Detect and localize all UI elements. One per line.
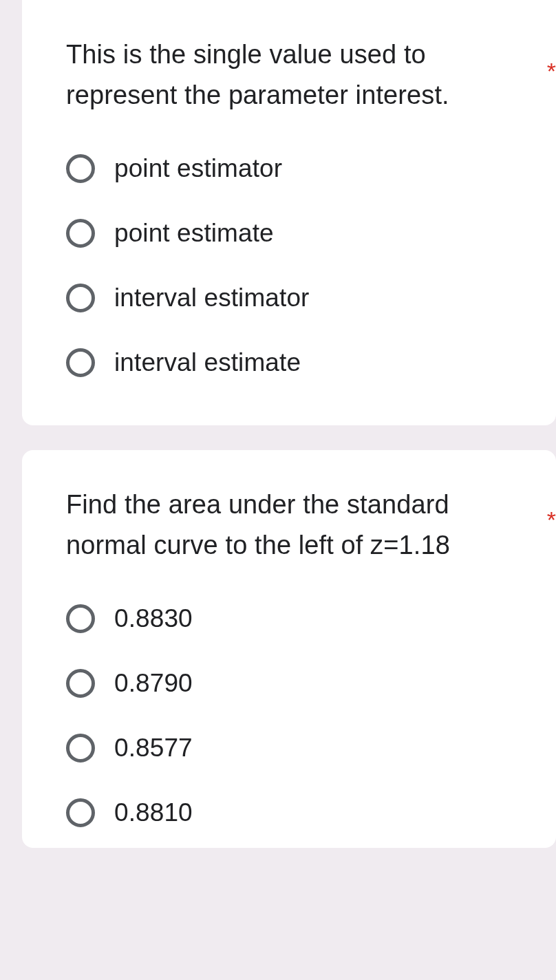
question-card-1: * This is the single value used to repre…	[22, 0, 556, 425]
radio-option[interactable]: 0.8790	[66, 669, 523, 698]
radio-icon	[66, 348, 95, 377]
option-label: 0.8830	[114, 604, 193, 633]
option-label: point estimate	[114, 219, 274, 248]
radio-icon	[66, 669, 95, 698]
radio-option[interactable]: interval estimate	[66, 348, 523, 377]
required-asterisk: *	[547, 58, 556, 85]
option-label: point estimator	[114, 154, 282, 183]
radio-option[interactable]: point estimator	[66, 154, 523, 183]
radio-option[interactable]: point estimate	[66, 219, 523, 248]
option-label: 0.8790	[114, 669, 193, 698]
radio-icon	[66, 604, 95, 633]
option-label: 0.8577	[114, 734, 193, 763]
radio-option[interactable]: interval estimator	[66, 284, 523, 312]
option-label: 0.8810	[114, 798, 193, 827]
option-label: interval estimate	[114, 348, 301, 377]
radio-icon	[66, 219, 95, 248]
radio-icon	[66, 154, 95, 183]
radio-icon	[66, 734, 95, 763]
radio-option[interactable]: 0.8830	[66, 604, 523, 633]
required-asterisk: *	[547, 507, 556, 533]
radio-icon	[66, 798, 95, 827]
question-text: This is the single value used to represe…	[66, 34, 523, 116]
question-card-2: * Find the area under the standard norma…	[22, 450, 556, 848]
radio-option[interactable]: 0.8577	[66, 734, 523, 763]
radio-icon	[66, 284, 95, 312]
question-text: Find the area under the standard normal …	[66, 484, 523, 566]
radio-option[interactable]: 0.8810	[66, 798, 523, 827]
option-label: interval estimator	[114, 284, 310, 312]
